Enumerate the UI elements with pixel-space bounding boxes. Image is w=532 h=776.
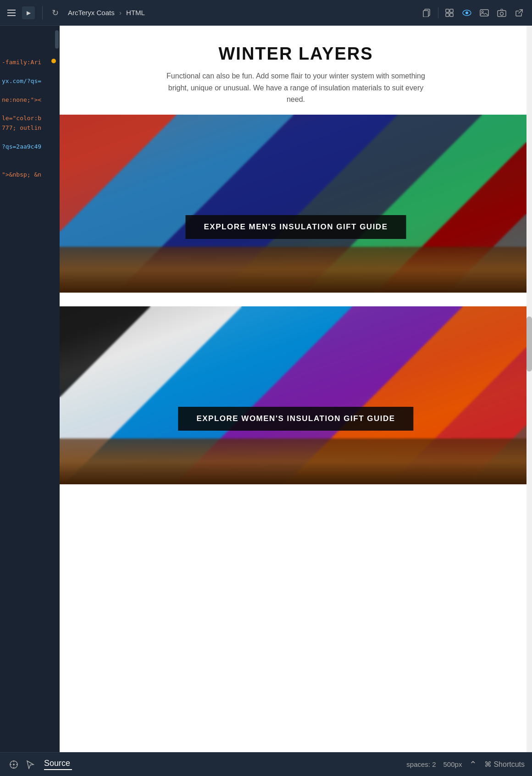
eye-icon[interactable]: [460, 6, 474, 20]
mens-cta-button[interactable]: EXPLORE MEN'S INSULATION GIFT GUIDE: [186, 215, 406, 239]
preview-scrollbar-thumb[interactable]: [526, 316, 532, 371]
crosshair-icon[interactable]: [7, 758, 20, 771]
shortcuts-label: Shortcuts: [493, 760, 525, 769]
breadcrumb-page: HTML: [126, 9, 145, 17]
womens-cta-button[interactable]: EXPLORE WOMEN'S INSULATION GIFT GUIDE: [178, 407, 413, 431]
code-line-5: ne:none;"><: [0, 95, 60, 105]
svg-point-11: [500, 12, 504, 15]
toolbar-divider: [42, 6, 43, 20]
shortcuts-key: ⌘: [484, 760, 492, 769]
reload-icon[interactable]: ↻: [50, 6, 61, 20]
toolbar-left: ▶ ↻ ArcTeryx Coats › HTML: [6, 6, 145, 20]
code-line-9: [0, 133, 60, 142]
code-line-4: [0, 86, 60, 95]
page-description: Functional can also be fun. Add some fla…: [158, 70, 433, 105]
svg-point-13: [13, 764, 15, 765]
mens-jackets-image: [60, 115, 532, 293]
page-title: WINTER LAYERS: [96, 44, 495, 64]
grid-icon[interactable]: [442, 6, 457, 20]
breakpoint-indicator: [51, 59, 56, 63]
toolbar-right: [420, 6, 526, 20]
copy-icon[interactable]: [420, 6, 434, 20]
cursor-icon[interactable]: [24, 758, 37, 771]
code-line-1: -family:Ari: [0, 58, 60, 67]
svg-rect-3: [450, 9, 453, 12]
code-line-11: [0, 152, 60, 161]
menu-icon[interactable]: [6, 8, 17, 18]
external-link-icon[interactable]: [512, 6, 526, 20]
source-label: Source: [44, 759, 72, 770]
winter-header: WINTER LAYERS Functional can also be fun…: [60, 26, 532, 115]
code-line-6: [0, 105, 60, 114]
breadcrumb-site: ArcTeryx Coats: [68, 9, 115, 17]
status-bar: Source spaces: 2 500px ⌃ ⌘ Shortcuts: [0, 752, 532, 776]
chevron-up-icon[interactable]: ⌃: [469, 759, 477, 770]
womens-image-section: EXPLORE WOMEN'S INSULATION GIFT GUIDE: [60, 306, 532, 484]
breadcrumb: ArcTeryx Coats › HTML: [68, 9, 145, 17]
code-line-13: ">&nbsp; &n: [0, 170, 60, 180]
image-gap: [60, 293, 532, 306]
pixel-width: 500px: [443, 760, 462, 768]
svg-rect-2: [446, 9, 449, 12]
toolbar-divider2: [438, 7, 438, 18]
code-line-3: yx.com/?qs=: [0, 77, 60, 86]
svg-rect-8: [480, 10, 488, 16]
code-line-8: 777; outlin: [0, 123, 60, 133]
status-bar-left: Source: [7, 758, 72, 771]
svg-point-9: [482, 11, 483, 12]
preview-content: WINTER LAYERS Functional can also be fun…: [60, 26, 532, 752]
main-area: -family:Ari yx.com/?qs= ne:none;">< le="…: [0, 26, 532, 752]
toolbar: ▶ ↻ ArcTeryx Coats › HTML: [0, 0, 532, 26]
camera-icon[interactable]: [494, 6, 509, 20]
code-line-7: le="color:b: [0, 114, 60, 123]
preview-panel: WINTER LAYERS Functional can also be fun…: [60, 26, 532, 752]
womens-jackets-image: [60, 306, 532, 484]
mens-image-section: EXPLORE MEN'S INSULATION GIFT GUIDE: [60, 115, 532, 293]
code-line-10: ?qs=2aa9c49: [0, 142, 60, 152]
play-icon[interactable]: ▶: [22, 6, 35, 19]
shortcuts-button[interactable]: ⌘ Shortcuts: [484, 760, 525, 769]
breadcrumb-sep: ›: [119, 9, 122, 17]
preview-scrollbar[interactable]: [526, 26, 532, 752]
spaces-info: spaces: 2: [406, 760, 436, 768]
code-panel: -family:Ari yx.com/?qs= ne:none;">< le="…: [0, 26, 60, 752]
svg-rect-1: [423, 11, 428, 17]
status-bar-right: spaces: 2 500px ⌃ ⌘ Shortcuts: [406, 759, 525, 770]
code-scrollbar-thumb[interactable]: [55, 30, 59, 49]
svg-rect-5: [450, 13, 453, 17]
code-line-2: [0, 67, 60, 77]
svg-point-7: [466, 11, 468, 14]
code-line-12: [0, 161, 60, 170]
image-icon[interactable]: [477, 6, 492, 20]
source-tab[interactable]: Source: [44, 759, 72, 770]
svg-rect-4: [446, 13, 449, 17]
